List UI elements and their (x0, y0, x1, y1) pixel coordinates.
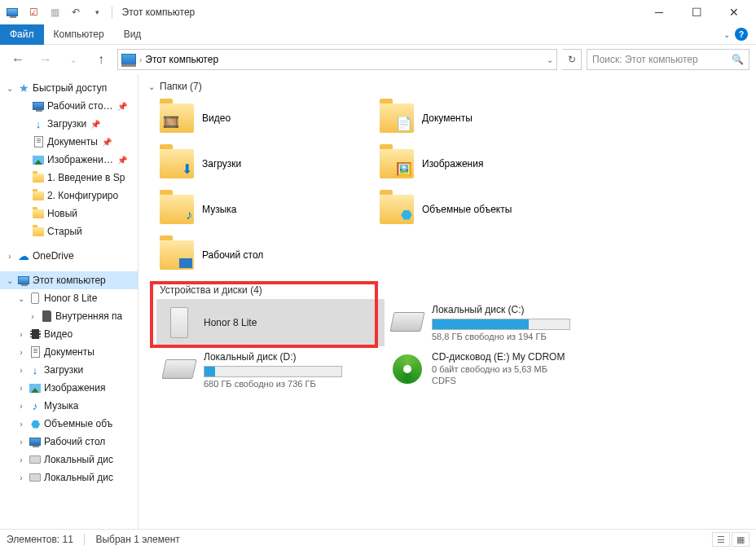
tab-computer[interactable]: Компьютер (44, 24, 114, 45)
qat-dropdown-icon[interactable]: ▾ (88, 3, 106, 21)
phone-icon (29, 292, 42, 305)
document-icon (29, 345, 42, 359)
tree-pictures[interactable]: Изображения (0, 379, 138, 397)
disk-icon (163, 351, 196, 387)
breadcrumb-pc-icon (121, 54, 136, 65)
tab-file[interactable]: Файл (0, 24, 44, 45)
tree-qa-new[interactable]: Новый (0, 205, 138, 222)
tab-view[interactable]: Вид (114, 24, 152, 45)
breadcrumb-dropdown-icon[interactable]: ⌄ (547, 55, 553, 64)
group-devices-header[interactable]: ⌄Устройства и диски (4) (148, 284, 746, 296)
tree-qa-downloads[interactable]: Загрузки📌 (0, 115, 138, 133)
minimize-button[interactable]: ─ (640, 0, 678, 24)
disk-icon (391, 304, 424, 340)
folder-pictures[interactable]: 🖼️ Изображения (376, 141, 596, 187)
folder-3dobjects[interactable]: ⬣ Объемные объекты (376, 187, 596, 232)
search-placeholder: Поиск: Этот компьютер (592, 54, 698, 65)
tree-qa-config[interactable]: 2. Конфигуриро (0, 187, 138, 205)
tree-desktop[interactable]: Рабочий стол (0, 433, 138, 451)
navigation-tree: Быстрый доступ Рабочий сто…📌 Загрузки📌 Д… (0, 74, 138, 529)
tree-qa-desktop[interactable]: Рабочий сто…📌 (0, 97, 138, 115)
pictures-icon (32, 153, 45, 166)
tree-qa-documents[interactable]: Документы📌 (0, 133, 138, 151)
desktop-icon (32, 99, 45, 112)
pictures-icon (29, 381, 42, 394)
window-title: Этот компьютер (122, 7, 196, 18)
folder-icon: ⬇ (160, 149, 194, 178)
usage-bar-d (204, 366, 342, 377)
breadcrumb-text: Этот компьютер (145, 54, 218, 65)
status-items: Элементов: 11 (7, 534, 73, 545)
download-icon (29, 363, 42, 376)
usage-bar-c (432, 319, 570, 330)
disk-icon (29, 453, 42, 466)
tree-videos[interactable]: Видео (0, 325, 138, 343)
app-icon (3, 3, 21, 21)
folder-icon (32, 171, 45, 184)
tree-downloads[interactable]: Загрузки (0, 361, 138, 379)
help-icon[interactable]: ? (735, 28, 748, 41)
folder-icon (32, 207, 45, 220)
download-icon (32, 117, 45, 130)
tree-local-c[interactable]: Локальный дис (0, 451, 138, 469)
folder-icon: ♪ (160, 195, 194, 224)
phone-device-icon (163, 305, 196, 341)
device-cd-drive[interactable]: CD-дисковод (E:) My CDROM 0 байт свободн… (385, 346, 613, 394)
desktop-icon (29, 435, 42, 448)
folder-icon: 🖼️ (380, 149, 414, 178)
pin-icon: 📌 (90, 120, 100, 129)
tree-qa-pictures[interactable]: Изображени…📌 (0, 151, 138, 169)
tree-local-d[interactable]: Локальный дис (0, 469, 138, 486)
sd-icon (40, 310, 53, 323)
view-details-button[interactable]: ☰ (712, 532, 730, 547)
tree-honor[interactable]: Honor 8 Lite (0, 289, 138, 307)
breadcrumb[interactable]: › Этот компьютер ⌄ (117, 49, 557, 70)
maximize-button[interactable]: ☐ (678, 0, 715, 24)
tree-this-pc[interactable]: Этот компьютер (0, 271, 138, 289)
group-folders-header[interactable]: ⌄Папки (7) (148, 81, 746, 92)
folder-icon: ⬣ (380, 195, 414, 224)
pin-icon: 📌 (102, 138, 112, 147)
nav-forward-button[interactable]: → (34, 48, 57, 71)
qat-properties-icon[interactable]: ☑ (24, 3, 42, 21)
device-honor[interactable]: Honor 8 Lite (156, 299, 385, 346)
cloud-icon (17, 249, 30, 262)
device-local-c[interactable]: Локальный диск (C:) 58,8 ГБ свободно из … (385, 299, 613, 346)
tree-3dobjects[interactable]: Объемные объ (0, 415, 138, 433)
folder-downloads[interactable]: ⬇ Загрузки (156, 141, 376, 187)
music-icon (29, 399, 42, 412)
folder-icon (32, 225, 45, 238)
refresh-button[interactable]: ↻ (562, 49, 582, 70)
ribbon-expand-icon[interactable]: ⌄ (723, 30, 730, 39)
folder-desktop[interactable]: Рабочий стол (156, 232, 376, 278)
document-icon (32, 135, 45, 148)
tree-internal-storage[interactable]: Внутренняя па (0, 307, 138, 325)
pin-icon: 📌 (117, 102, 127, 111)
disk-icon (29, 471, 42, 484)
folder-videos[interactable]: 🎞️ Видео (156, 95, 376, 141)
close-button[interactable]: ✕ (715, 0, 753, 24)
tree-qa-intro[interactable]: 1. Введение в Sp (0, 169, 138, 187)
nav-recent-icon[interactable]: ⌄ (62, 48, 85, 71)
folder-documents[interactable]: 📄 Документы (376, 95, 596, 141)
folder-icon (160, 240, 194, 270)
search-input[interactable]: Поиск: Этот компьютер 🔍 (587, 49, 749, 70)
content-area: ⌄Папки (7) 🎞️ Видео 📄 Документы ⬇ Загруз… (138, 74, 756, 529)
tree-onedrive[interactable]: OneDrive (0, 247, 138, 265)
qat-new-folder-icon[interactable]: ▦ (46, 3, 64, 21)
folder-icon: 🎞️ (160, 103, 194, 133)
cd-icon (391, 351, 424, 387)
pc-icon (17, 274, 30, 287)
nav-back-button[interactable]: ← (7, 48, 29, 71)
tree-music[interactable]: Музыка (0, 397, 138, 415)
nav-up-button[interactable]: ↑ (90, 48, 112, 71)
folder-music[interactable]: ♪ Музыка (156, 187, 376, 232)
tree-documents[interactable]: Документы (0, 343, 138, 361)
folder-icon: 📄 (380, 103, 414, 133)
qat-undo-icon[interactable]: ↶ (67, 3, 85, 21)
view-icons-button[interactable]: ▦ (732, 532, 749, 547)
device-local-d[interactable]: Локальный диск (D:) 680 ГБ свободно из 7… (156, 346, 385, 394)
tree-quick-access[interactable]: Быстрый доступ (0, 79, 138, 97)
tree-qa-old[interactable]: Старый (0, 222, 138, 240)
star-icon (17, 81, 30, 95)
